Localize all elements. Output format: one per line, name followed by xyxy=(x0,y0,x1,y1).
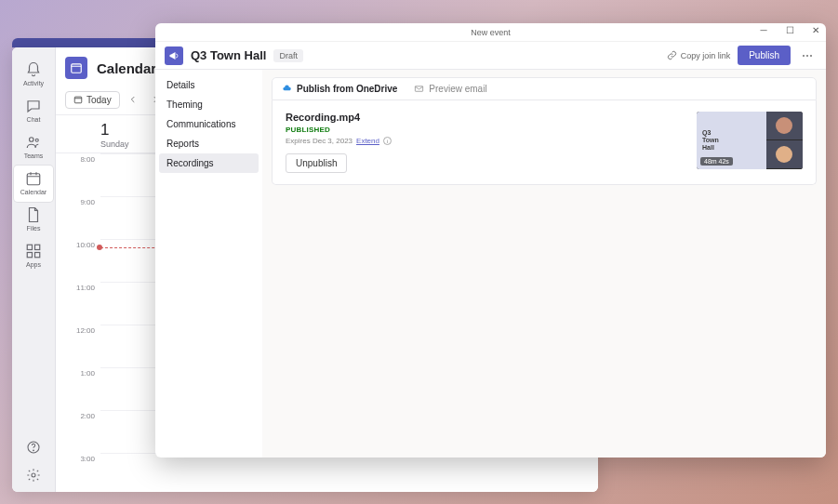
apps-icon xyxy=(25,243,42,259)
event-name: Q3 Town Hall xyxy=(191,48,266,62)
recording-filename: Recording.mp4 xyxy=(286,112,392,123)
recording-status: PUBLISHED xyxy=(286,126,392,134)
townhall-icon xyxy=(165,46,183,65)
publish-button[interactable]: Publish xyxy=(738,46,791,65)
svg-rect-10 xyxy=(72,64,82,73)
time-slot[interactable] xyxy=(100,453,598,492)
rail-teams[interactable]: Teams xyxy=(14,129,53,166)
event-header-actions: Copy join link Publish ⋯ xyxy=(667,46,817,65)
time-label: 3:00 xyxy=(56,453,100,492)
avatar xyxy=(776,146,792,163)
time-label: 11:00 xyxy=(56,282,100,325)
svg-rect-6 xyxy=(35,253,40,258)
sidebar-item-reports[interactable]: Reports xyxy=(159,134,259,153)
svg-rect-5 xyxy=(27,253,32,258)
onedrive-icon xyxy=(282,84,292,94)
time-label: 9:00 xyxy=(56,196,100,239)
info-icon[interactable]: i xyxy=(383,137,392,145)
rail-chat[interactable]: Chat xyxy=(14,93,53,129)
thumb-line2: Town xyxy=(702,137,761,144)
copy-join-link-label: Copy join link xyxy=(681,51,731,60)
rail-chat-label: Chat xyxy=(27,116,41,123)
recording-card: Recording.mp4 PUBLISHED Expires Dec 3, 2… xyxy=(272,100,817,185)
recording-thumbnail[interactable]: Q3 Town Hall 48m 42s xyxy=(697,112,803,169)
app-rail: Activity Chat Teams Calendar Files Apps xyxy=(12,47,56,492)
event-main: Publish from OneDrive Preview email Reco… xyxy=(262,70,826,458)
recording-info: Recording.mp4 PUBLISHED Expires Dec 3, 2… xyxy=(286,112,392,173)
tab-publish-onedrive-label: Publish from OneDrive xyxy=(297,84,397,94)
rail-activity-label: Activity xyxy=(23,80,44,86)
event-window-titlebar: New event ─ ☐ ✕ xyxy=(155,23,826,42)
teams-icon xyxy=(25,134,42,151)
gear-icon[interactable] xyxy=(26,468,41,483)
files-icon xyxy=(25,206,42,223)
prev-day-button[interactable] xyxy=(124,90,142,109)
thumb-duration: 48m 42s xyxy=(700,157,733,166)
current-time-dot xyxy=(97,245,102,250)
sidebar-item-details[interactable]: Details xyxy=(159,75,259,95)
calendar-icon xyxy=(25,170,42,187)
window-controls: ─ ☐ ✕ xyxy=(757,25,822,35)
svg-point-9 xyxy=(32,473,35,477)
time-label: 10:00 xyxy=(56,239,100,282)
calendar-small-icon xyxy=(73,95,83,104)
maximize-button[interactable]: ☐ xyxy=(783,25,796,35)
time-label: 2:00 xyxy=(56,410,100,453)
rail-files-label: Files xyxy=(27,225,41,232)
rail-calendar-label: Calendar xyxy=(20,189,47,195)
svg-rect-4 xyxy=(35,245,40,249)
svg-rect-3 xyxy=(27,245,32,249)
event-sidebar: Details Theming Communications Reports R… xyxy=(155,70,262,458)
event-body: Details Theming Communications Reports R… xyxy=(155,70,826,458)
link-icon xyxy=(667,50,677,60)
rail-activity[interactable]: Activity xyxy=(14,57,53,93)
close-button[interactable]: ✕ xyxy=(809,25,822,35)
rail-apps[interactable]: Apps xyxy=(14,238,53,274)
rail-bottom xyxy=(26,440,41,483)
window-title: New event xyxy=(155,28,826,37)
extend-link[interactable]: Extend xyxy=(356,137,379,145)
thumb-person-2 xyxy=(766,140,803,169)
tab-row: Publish from OneDrive Preview email xyxy=(272,77,817,100)
event-header: Q3 Town Hall Draft Copy join link Publis… xyxy=(155,42,826,70)
rail-calendar[interactable]: Calendar xyxy=(14,166,53,202)
tab-preview-email[interactable]: Preview email xyxy=(414,84,486,94)
help-icon[interactable] xyxy=(26,440,41,455)
sidebar-item-recordings[interactable]: Recordings xyxy=(159,153,259,173)
copy-join-link-button[interactable]: Copy join link xyxy=(667,50,731,60)
time-label: 12:00 xyxy=(56,325,100,367)
draft-badge: Draft xyxy=(273,49,303,62)
expiry-text: Expires Dec 3, 2023 xyxy=(286,137,352,145)
unpublish-button[interactable]: Unpublish xyxy=(286,153,347,173)
svg-point-8 xyxy=(33,450,34,451)
tab-publish-onedrive[interactable]: Publish from OneDrive xyxy=(282,84,397,94)
envelope-icon xyxy=(414,84,424,94)
chevron-left-icon xyxy=(128,95,138,104)
chat-icon xyxy=(25,98,42,114)
tab-preview-email-label: Preview email xyxy=(429,84,486,94)
bell-icon xyxy=(25,61,42,78)
thumb-participants xyxy=(766,112,803,169)
time-label: 8:00 xyxy=(56,153,100,196)
minimize-button[interactable]: ─ xyxy=(757,25,770,35)
new-event-window: New event ─ ☐ ✕ Q3 Town Hall Draft Copy … xyxy=(155,23,826,458)
sidebar-item-communications[interactable]: Communications xyxy=(159,114,259,134)
calendar-title: Calendar xyxy=(97,60,156,76)
svg-point-0 xyxy=(30,138,34,142)
thumb-person-1 xyxy=(766,112,803,140)
calendar-header-icon xyxy=(65,57,87,79)
today-label: Today xyxy=(86,95,112,105)
time-label: 1:00 xyxy=(56,367,100,410)
thumb-line3: Hall xyxy=(702,144,761,152)
svg-rect-2 xyxy=(27,174,40,185)
rail-files[interactable]: Files xyxy=(14,202,53,238)
svg-rect-11 xyxy=(74,97,82,103)
recording-expiry: Expires Dec 3, 2023 Extend i xyxy=(286,137,392,145)
rail-apps-label: Apps xyxy=(26,261,41,268)
sidebar-item-theming[interactable]: Theming xyxy=(159,95,259,114)
thumb-line1: Q3 xyxy=(702,129,761,137)
avatar xyxy=(776,117,792,134)
today-button[interactable]: Today xyxy=(65,91,120,109)
more-options-button[interactable]: ⋯ xyxy=(798,49,817,62)
svg-rect-12 xyxy=(416,86,423,92)
